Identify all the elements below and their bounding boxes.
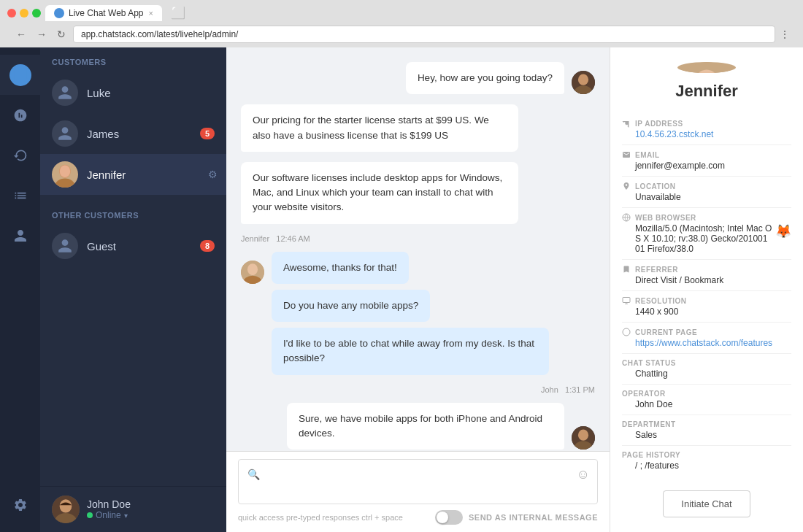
other-customers-section-title: OTHER CUSTOMERS bbox=[40, 201, 226, 225]
email-value: jennifer@example.com bbox=[622, 161, 791, 171]
sidebar-item-list[interactable] bbox=[0, 175, 40, 215]
quick-access-hint: quick access pre-typed responses ctrl + … bbox=[238, 513, 403, 522]
info-row-department: DEPARTMENT Sales bbox=[622, 415, 791, 446]
jennifer-info-name: Jennifer bbox=[675, 82, 738, 101]
browser-tab[interactable]: Live Chat Web App × bbox=[45, 5, 162, 21]
location-value: Unavailable bbox=[622, 192, 791, 202]
refresh-button[interactable]: ↻ bbox=[54, 27, 69, 42]
sidebar-bottom bbox=[0, 485, 40, 532]
chat-textarea[interactable] bbox=[263, 466, 591, 498]
new-tab-button[interactable]: ⬜ bbox=[166, 4, 190, 21]
james-badge: 5 bbox=[200, 128, 215, 139]
message-row: I'd like to be able to chat while away f… bbox=[241, 328, 595, 375]
chat-bubble: Sure, we have mobile apps for both iPhon… bbox=[287, 403, 564, 450]
svg-point-10 bbox=[247, 263, 258, 275]
svg-point-7 bbox=[578, 74, 588, 85]
bookmark-icon[interactable]: ⋮ bbox=[780, 28, 790, 40]
guest-avatar bbox=[52, 233, 78, 259]
svg-point-20 bbox=[623, 328, 630, 336]
search-icon[interactable]: 🔍 bbox=[245, 466, 263, 483]
resolution-value: 1440 x 900 bbox=[622, 307, 791, 317]
chat-icon-circle bbox=[9, 64, 31, 86]
customer-item-james[interactable]: James 5 bbox=[40, 113, 226, 154]
info-row-location: LOCATION Unavailable bbox=[622, 177, 791, 208]
guest-badge: 8 bbox=[200, 240, 215, 252]
sidebar-item-history[interactable] bbox=[0, 135, 40, 175]
operator-info: John Doe Online ▾ bbox=[87, 498, 215, 520]
message-row: Hey, how are you going today? bbox=[241, 62, 595, 94]
sidebar-item-profile[interactable] bbox=[0, 215, 40, 255]
chat-footer: quick access pre-typed responses ctrl + … bbox=[238, 510, 598, 525]
current-page-value: https://www.chatstack.com/features bbox=[622, 338, 791, 348]
operator-value: John Doe bbox=[622, 399, 791, 409]
james-name: James bbox=[87, 128, 200, 140]
james-avatar bbox=[52, 120, 78, 147]
operator-msg-avatar-2 bbox=[572, 426, 595, 450]
message-row: Our software licenses include desktop ap… bbox=[241, 162, 595, 224]
customer-item-luke[interactable]: Luke bbox=[40, 72, 226, 113]
operator-msg-avatar bbox=[572, 71, 595, 94]
url-input[interactable] bbox=[73, 26, 775, 43]
jennifer-message-group: Jennifer 12:46 AM Awesome, thanks for th… bbox=[241, 234, 595, 375]
close-window-button[interactable] bbox=[7, 9, 16, 18]
traffic-lights bbox=[7, 9, 41, 18]
tab-close-button[interactable]: × bbox=[149, 9, 153, 18]
message-row: Awesome, thanks for that! bbox=[241, 252, 595, 284]
info-row-chat-status: CHAT STATUS Chatting bbox=[622, 354, 791, 385]
back-button[interactable]: ← bbox=[13, 27, 29, 42]
sidebar-item-settings[interactable] bbox=[0, 485, 40, 525]
internal-message-toggle[interactable] bbox=[435, 510, 463, 525]
initiate-chat-button[interactable]: Initiate Chat bbox=[663, 490, 750, 517]
chat-messages: Hey, how are you going today? Our pricin… bbox=[226, 47, 610, 451]
info-row-browser: WEB BROWSER Mozilla/5.0 (Macintosh; Inte… bbox=[622, 208, 791, 260]
sidebar-item-analytics[interactable] bbox=[0, 95, 40, 135]
chat-input-area: 🔍 ☺ quick access pre-typed responses ctr… bbox=[226, 451, 610, 532]
department-value: Sales bbox=[622, 430, 791, 440]
svg-point-13 bbox=[578, 429, 588, 440]
jennifer-info-avatar bbox=[677, 62, 736, 73]
operator-status[interactable]: Online ▾ bbox=[87, 510, 215, 520]
svg-point-4 bbox=[60, 499, 72, 512]
jennifer-name: Jennifer bbox=[87, 169, 215, 181]
chat-area: Hey, how are you going today? Our pricin… bbox=[226, 47, 610, 532]
customers-section-title: CUSTOMERS bbox=[40, 47, 226, 72]
info-row-operator: OPERATOR John Doe bbox=[622, 385, 791, 415]
info-row-page-history: PAGE HISTORY / ; /features bbox=[622, 446, 791, 476]
operator-section: John Doe Online ▾ bbox=[40, 486, 226, 532]
customer-item-guest[interactable]: Guest 8 bbox=[40, 225, 226, 266]
browser-chrome: Live Chat Web App × ⬜ ← → ↻ ⋮ bbox=[0, 0, 803, 47]
sidebar-icons bbox=[0, 47, 40, 532]
sidebar-item-chat[interactable] bbox=[0, 55, 40, 95]
status-dot bbox=[87, 512, 93, 518]
info-table: IP ADDRESS 10.4.56.23.cstck.net EMAIL je… bbox=[610, 114, 803, 476]
chat-status-label: CHAT STATUS bbox=[622, 359, 791, 367]
message-row: Do you have any mobile apps? bbox=[241, 290, 595, 322]
chat-bubble: Awesome, thanks for that! bbox=[272, 252, 409, 284]
operator-name: John Doe bbox=[87, 498, 215, 510]
chat-bubble: Our software licenses include desktop ap… bbox=[241, 162, 518, 224]
send-internal-label: SEND AS INTERNAL MESSAGE bbox=[469, 513, 598, 522]
minimize-window-button[interactable] bbox=[20, 9, 28, 18]
luke-name: Luke bbox=[87, 87, 215, 99]
send-internal-toggle: SEND AS INTERNAL MESSAGE bbox=[435, 510, 598, 525]
forward-button[interactable]: → bbox=[34, 27, 50, 42]
jennifer-avatar bbox=[52, 161, 78, 188]
browser-label: WEB BROWSER bbox=[622, 213, 791, 222]
jennifer-gear-icon[interactable]: ⚙ bbox=[208, 169, 218, 180]
customer-panel: CUSTOMERS Luke James 5 bbox=[40, 47, 226, 532]
department-label: DEPARTMENT bbox=[622, 420, 791, 428]
current-page-label: CURRENT PAGE bbox=[622, 328, 791, 336]
jennifer-msg-avatar bbox=[241, 261, 264, 284]
customer-item-jennifer[interactable]: Jennifer ⚙ bbox=[40, 154, 226, 195]
message-row: Our pricing for the starter license star… bbox=[241, 104, 595, 152]
info-panel: Jennifer IP ADDRESS 10.4.56.23.cstck.net… bbox=[610, 47, 803, 532]
luke-avatar bbox=[52, 80, 78, 106]
email-label: EMAIL bbox=[622, 150, 791, 159]
emoji-icon[interactable]: ☺ bbox=[577, 467, 590, 482]
maximize-window-button[interactable] bbox=[32, 9, 41, 18]
info-row-resolution: RESOLUTION 1440 x 900 bbox=[622, 291, 791, 323]
info-row-ip: IP ADDRESS 10.4.56.23.cstck.net bbox=[622, 114, 791, 145]
svg-rect-19 bbox=[623, 298, 630, 303]
referrer-value: Direct Visit / Bookmark bbox=[622, 275, 791, 285]
chat-status-value: Chatting bbox=[622, 369, 791, 379]
